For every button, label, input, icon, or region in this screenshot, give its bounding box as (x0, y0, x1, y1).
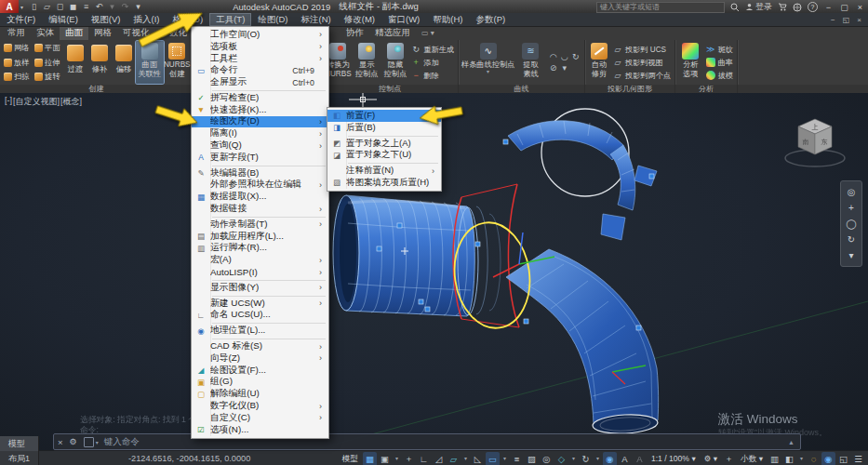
ribbon-tab[interactable]: 曲面 (60, 26, 88, 40)
rebuild-cv-button[interactable]: ↻ 重新生成 (411, 44, 454, 56)
network-surface-button[interactable]: 网络 (2, 41, 33, 56)
app-menu-dropdown-icon[interactable]: ▾ (19, 4, 25, 10)
menu-item[interactable]: 绘图次序(D) › (192, 116, 328, 128)
panel-label[interactable]: 分析 (675, 85, 737, 93)
help-search-input[interactable]: 键入关键字或短语 (596, 2, 725, 13)
menu-item[interactable]: ◩ 置于对象之上(A) (327, 138, 441, 150)
menubar-item[interactable]: 文件(F) (0, 13, 42, 26)
planar-surface-button[interactable]: 平面 (33, 41, 63, 56)
annotation-visibility-icon[interactable]: A (618, 452, 632, 465)
revolve-button[interactable]: 旋转 (33, 70, 63, 85)
menu-item[interactable]: ▼ 快速选择(K)... (192, 104, 328, 116)
navbar-more-icon[interactable]: ▾ (848, 250, 853, 260)
menu-item[interactable]: ▨ 将图案填充项后置(H) (327, 177, 441, 189)
graphics-performance-icon[interactable]: ◉ (821, 452, 835, 465)
3d-osnap-dropdown-icon[interactable]: ▾ (569, 452, 578, 465)
menubar-item[interactable]: 窗口(W) (381, 13, 426, 26)
customize-icon[interactable]: ☰ (851, 452, 865, 465)
panel-label[interactable]: 控制点 (322, 85, 458, 93)
menu-item[interactable]: 查询(Q) › (192, 140, 328, 152)
annotation-scale-chip[interactable]: 1:1 / 100% ▾ (648, 452, 700, 465)
search-icon[interactable] (730, 3, 740, 12)
edit-spline-icon[interactable]: ↻ (571, 52, 581, 61)
clean-screen-icon[interactable]: ◱ (836, 452, 850, 465)
lock-ui-dropdown-icon[interactable]: ▾ (797, 452, 806, 465)
menu-item[interactable]: 动作录制器(T) › (192, 219, 328, 231)
menu-item[interactable]: ✎ 块编辑器(B) (192, 167, 328, 179)
dynamic-input-icon[interactable]: + (402, 452, 416, 465)
analysis-options-button[interactable]: 分析 选项 (677, 41, 704, 84)
menubar-item[interactable]: 帮助(H) (426, 13, 469, 26)
menu-item[interactable]: ▢ 解除编组(U) (192, 388, 328, 400)
hide-cv-button[interactable]: 隐藏 控制点 (381, 41, 410, 84)
annotation-monitor-icon[interactable]: + (722, 452, 736, 465)
panel-label[interactable]: 曲线 (459, 85, 584, 93)
menu-item[interactable]: AutoLISP(I) › (192, 266, 328, 278)
ribbon-tab[interactable]: 实体 (31, 26, 60, 40)
surface-blend-button[interactable]: 过渡 (63, 41, 87, 84)
recent-commands-icon[interactable]: ▲ (788, 439, 800, 445)
orbit-icon[interactable]: ↻ (848, 234, 855, 245)
transparency-icon[interactable]: ▨ (525, 452, 539, 465)
menu-item[interactable]: ▥ 运行脚本(R)... (192, 243, 328, 255)
commandline-customize-icon[interactable]: ⚙ (67, 437, 80, 446)
redo-icon[interactable]: ↷ (120, 2, 130, 11)
units-chip[interactable]: 小数 ▾ (737, 452, 767, 465)
saveas-icon[interactable]: ◼ (68, 2, 78, 11)
project-to-ucs-button[interactable]: ▱ 投影到 UCS (613, 44, 671, 56)
ortho-icon[interactable]: ∟ (417, 452, 431, 465)
project-to-2points-button[interactable]: ▱ 投影到两个点 (613, 70, 671, 82)
no-trim-icon[interactable]: ⊘ (549, 63, 558, 73)
minimize-button[interactable]: − (823, 3, 834, 12)
menu-item[interactable]: 外部参照和块在位编辑 › (192, 179, 328, 192)
spline-cv-button[interactable]: ∿ 样条曲线控制点 ▾ (461, 41, 515, 84)
menu-item[interactable]: 宏(A) › (192, 254, 328, 266)
ribbon-tab[interactable]: 精选应用 (369, 26, 416, 40)
ribbon-tab[interactable]: 网格 (88, 26, 117, 40)
show-cv-button[interactable]: 显示 控制点 (353, 41, 381, 84)
save-icon[interactable]: ◻ (55, 2, 65, 11)
menubar-item[interactable]: 绘图(D) (251, 13, 294, 26)
menu-item[interactable]: 全屏显示 Ctrl+0 (192, 76, 328, 88)
sweep-button[interactable]: 扫掠 (2, 70, 33, 85)
doc-minimize-button[interactable]: − (831, 16, 835, 24)
isodraft-icon[interactable]: ▱ (447, 452, 461, 465)
menu-item[interactable]: ▦ 数据提取(X)... (192, 191, 328, 203)
menu-item[interactable]: ☑ 选项(N)... (192, 424, 328, 436)
commandline-close-icon[interactable]: × (54, 437, 67, 447)
auto-trim-button[interactable]: 自动 修剪 (587, 41, 611, 84)
menu-item[interactable]: 数据链接 › (192, 203, 328, 215)
commandline-dropdown-icon[interactable]: ▾ (96, 439, 99, 445)
menu-item[interactable]: ◉ 地理位置(L)... (192, 325, 328, 337)
menu-item[interactable]: 显示图像(Y) › (192, 282, 328, 294)
surface-patch-button[interactable]: 修补 (87, 41, 112, 84)
draft-analysis-button[interactable]: ◉ 拔模 (706, 70, 733, 82)
curves-more-icon[interactable]: ▾ (560, 63, 569, 73)
nurbs-creation-button[interactable]: NURBS 创建 (164, 41, 192, 84)
lineweight-icon[interactable]: ≡ (510, 452, 524, 465)
menu-item[interactable]: 工具栏 › (192, 53, 328, 65)
autodesk-360-icon[interactable] (793, 3, 802, 12)
menu-item[interactable]: ✓ 拼写检查(E) (192, 92, 328, 104)
command-input[interactable]: 键入命令 (104, 436, 140, 448)
menu-item[interactable]: ▭ 命令行 Ctrl+9 (192, 64, 328, 76)
menu-item[interactable]: 选项板 › (192, 41, 328, 53)
viewcube[interactable]: 上 南 东 (782, 106, 848, 173)
extrude-button[interactable]: 拉伸 (33, 55, 63, 70)
add-cv-button[interactable]: + 添加 (411, 57, 454, 69)
remove-cv-button[interactable]: − 删除 (411, 70, 454, 82)
quick-properties-icon[interactable]: ▥ (768, 452, 781, 465)
menu-item[interactable]: 新建 UCS(W) › (192, 298, 328, 310)
app-store-cart-icon[interactable] (778, 3, 787, 11)
command-line[interactable]: × ⚙ ▾ 键入命令 ▲ (53, 433, 801, 450)
menu-item[interactable]: ▤ 加载应用程序(L)... (192, 231, 328, 243)
qat-customize-icon[interactable]: ▾ (133, 2, 143, 11)
lock-ui-icon[interactable]: ◧ (782, 452, 796, 465)
autocad-logo-icon[interactable]: A (0, 0, 19, 13)
workspace-switching-chip[interactable]: ⚙ ▾ (701, 452, 721, 465)
panel-label[interactable]: 投影几何图形 (585, 85, 674, 93)
menubar-item[interactable]: 工具(T) (209, 13, 251, 26)
visual-style-control[interactable]: [概念] (60, 96, 82, 108)
help-icon[interactable]: ? (808, 2, 818, 12)
menubar-item[interactable]: 修改(M) (338, 13, 381, 26)
